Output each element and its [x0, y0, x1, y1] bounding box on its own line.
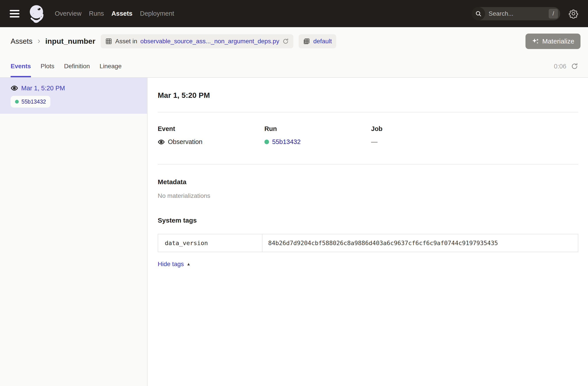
- metadata-heading: Metadata: [158, 178, 578, 186]
- sparkles-icon: [532, 38, 539, 45]
- asset-tabs: Events Plots Definition Lineage 0:06: [0, 55, 588, 78]
- page-title: input_number: [45, 37, 95, 45]
- metadata-empty-text: No materializations: [158, 192, 578, 199]
- run-id-link[interactable]: 55b13432: [272, 138, 301, 145]
- event-column-label: Event: [158, 125, 264, 132]
- nav-item-deployment[interactable]: Deployment: [140, 10, 174, 17]
- search-icon: [472, 7, 485, 20]
- nav-items: Overview Runs Assets Deployment: [55, 10, 174, 17]
- event-timestamp: Mar 1, 5:20 PM: [21, 84, 65, 92]
- run-badge[interactable]: 55b13432: [11, 96, 50, 107]
- run-status-dot: [15, 100, 19, 103]
- breadcrumb-assets-link[interactable]: Assets: [11, 37, 32, 45]
- run-id: 55b13432: [21, 99, 46, 105]
- materialize-button[interactable]: Materialize: [525, 34, 581, 49]
- event-list-sidebar: Mar 1, 5:20 PM 55b13432: [0, 78, 147, 386]
- event-type-value: Observation: [168, 138, 202, 145]
- event-detail-panel: Mar 1, 5:20 PM Event Observation: [147, 78, 588, 386]
- dagster-logo[interactable]: [26, 3, 46, 24]
- code-location-chip: default: [299, 34, 336, 48]
- job-empty-value: —: [371, 138, 378, 145]
- page-header: Assets input_number Asset in observable_…: [0, 27, 588, 55]
- event-detail-title: Mar 1, 5:20 PM: [158, 91, 578, 100]
- job-column-label: Job: [371, 125, 478, 132]
- nav-item-runs[interactable]: Runs: [89, 10, 104, 17]
- refresh-timer: 0:06: [554, 63, 566, 70]
- asset-definition-chip: Asset in observable_source_ass..._non_ar…: [101, 34, 293, 48]
- tab-plots[interactable]: Plots: [41, 55, 54, 77]
- summary-job-col: Job —: [371, 125, 478, 145]
- hide-tags-label: Hide tags: [158, 261, 184, 268]
- tag-key-cell: data_version: [158, 234, 262, 252]
- run-status-dot: [264, 140, 269, 144]
- asset-file-link[interactable]: observable_source_ass..._non_argument_de…: [140, 38, 279, 45]
- run-column-label: Run: [264, 125, 371, 132]
- search-bar[interactable]: /: [472, 7, 560, 20]
- event-list-item[interactable]: Mar 1, 5:20 PM 55b13432: [0, 78, 147, 114]
- divider: [158, 112, 578, 112]
- search-input[interactable]: [485, 10, 549, 17]
- menu-button[interactable]: [10, 10, 20, 18]
- search-shortcut-key: /: [549, 9, 558, 19]
- events-view: Mar 1, 5:20 PM 55b13432 Mar 1, 5:20 PM E…: [0, 78, 588, 386]
- dagster-app: Overview Runs Assets Deployment / Assets: [0, 0, 588, 386]
- event-summary: Event Observation Run 55b13432: [158, 125, 578, 145]
- table-grid-icon: [105, 38, 112, 45]
- system-tags-table: data_version 84b26d7d9204cbf588026c8a988…: [158, 234, 578, 252]
- code-location-link[interactable]: default: [313, 38, 332, 45]
- repo-grid-icon: [303, 38, 310, 45]
- nav-item-overview[interactable]: Overview: [55, 10, 82, 17]
- chevron-right-icon: [37, 39, 41, 44]
- system-tags-heading: System tags: [158, 217, 578, 224]
- caret-up-icon: ▲: [187, 262, 191, 266]
- tag-value-cell: 84b26d7d9204cbf588026c8a9886d403a6c9637c…: [262, 234, 578, 252]
- reload-definition-icon[interactable]: [282, 38, 289, 45]
- tab-definition[interactable]: Definition: [64, 55, 90, 77]
- tab-lineage[interactable]: Lineage: [100, 55, 122, 77]
- refresh-icon[interactable]: [571, 62, 578, 70]
- hide-tags-toggle[interactable]: Hide tags ▲: [158, 261, 191, 268]
- settings-gear-icon[interactable]: [568, 9, 578, 19]
- materialize-label: Materialize: [542, 38, 574, 45]
- observation-eye-icon: [11, 84, 18, 92]
- asset-in-label: Asset in: [115, 38, 137, 45]
- observation-eye-icon: [158, 139, 165, 145]
- nav-item-assets[interactable]: Assets: [112, 10, 132, 17]
- refresh-group: 0:06: [554, 55, 578, 77]
- top-navigation: Overview Runs Assets Deployment /: [0, 0, 588, 27]
- summary-event-col: Event Observation: [158, 125, 264, 145]
- divider: [158, 164, 578, 164]
- summary-run-col: Run 55b13432: [264, 125, 371, 145]
- tab-events[interactable]: Events: [11, 55, 31, 77]
- breadcrumb: Assets input_number: [11, 37, 95, 45]
